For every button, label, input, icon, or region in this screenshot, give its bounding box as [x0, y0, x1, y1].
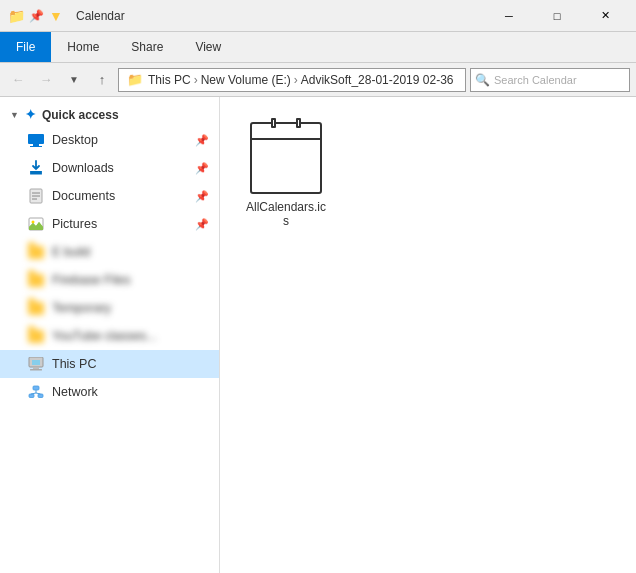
search-icon: 🔍	[475, 73, 490, 87]
minimize-button[interactable]: ─	[486, 0, 532, 32]
title-bar: 📁 📌 ▼ Calendar ─ □ ✕	[0, 0, 636, 32]
sidebar: ▼ ✦ Quick access Desktop 📌 Do	[0, 97, 220, 573]
network-icon	[28, 384, 44, 400]
svg-line-19	[36, 393, 41, 394]
calendar-file-icon	[250, 122, 322, 194]
up-button[interactable]: ↑	[90, 68, 114, 92]
folder-icon-blurred	[28, 246, 44, 259]
quick-access-section[interactable]: ▼ ✦ Quick access	[0, 101, 219, 126]
sidebar-item-blurred-1[interactable]: E build	[0, 238, 219, 266]
close-button[interactable]: ✕	[582, 0, 628, 32]
pin-indicator-docs: 📌	[195, 190, 209, 203]
sidebar-item-documents[interactable]: Documents 📌	[0, 182, 219, 210]
address-bar: ← → ▼ ↑ 📁 This PC › New Volume (E:) › Ad…	[0, 63, 636, 97]
content-area: AllCalendars.ics	[220, 97, 636, 573]
svg-rect-12	[33, 367, 39, 369]
tab-file[interactable]: File	[0, 32, 51, 62]
svg-rect-16	[38, 394, 43, 398]
maximize-button[interactable]: □	[534, 0, 580, 32]
recent-button[interactable]: ▼	[62, 68, 86, 92]
window-icon: 📁	[8, 8, 24, 24]
ribbon: File Home Share View	[0, 32, 636, 63]
pin-indicator-pics: 📌	[195, 218, 209, 231]
svg-rect-2	[30, 146, 42, 147]
tab-view[interactable]: View	[179, 32, 237, 62]
sidebar-item-blurred-3[interactable]: Temporary	[0, 294, 219, 322]
folder-icon-blurred-3	[28, 302, 44, 315]
pictures-icon	[28, 216, 44, 232]
quick-access-star-icon: ✦	[25, 107, 36, 122]
pin-indicator-dl: 📌	[195, 162, 209, 175]
svg-line-18	[31, 393, 36, 394]
pin-icon: 📌	[28, 8, 44, 24]
svg-rect-13	[30, 369, 42, 371]
hanger-right	[296, 118, 301, 128]
sidebar-item-blurred-2[interactable]: Firebase Files	[0, 266, 219, 294]
file-item-allcalendars[interactable]: AllCalendars.ics	[236, 113, 336, 237]
sidebar-item-desktop[interactable]: Desktop 📌	[0, 126, 219, 154]
address-path[interactable]: 📁 This PC › New Volume (E:) › AdvikSoft_…	[118, 68, 466, 92]
sidebar-item-downloads[interactable]: Downloads 📌	[0, 154, 219, 182]
expand-arrow: ▼	[10, 110, 19, 120]
pin-indicator: 📌	[195, 134, 209, 147]
folder-icon-blurred-4	[28, 330, 44, 343]
back-button[interactable]: ←	[6, 68, 30, 92]
window-controls: ─ □ ✕	[486, 0, 628, 32]
forward-button[interactable]: →	[34, 68, 58, 92]
downloads-icon	[28, 160, 44, 176]
sidebar-item-pictures[interactable]: Pictures 📌	[0, 210, 219, 238]
title-bar-icons: 📁 📌 ▼	[8, 8, 64, 24]
svg-rect-0	[28, 134, 44, 144]
this-pc-icon	[28, 356, 44, 372]
file-name: AllCalendars.ics	[245, 200, 327, 228]
folder-icon: ▼	[48, 8, 64, 24]
svg-rect-1	[33, 144, 39, 146]
ribbon-tabs: File Home Share View	[0, 32, 636, 62]
hanger-left	[271, 118, 276, 128]
folder-icon-blurred-2	[28, 274, 44, 287]
sidebar-item-this-pc[interactable]: This PC	[0, 350, 219, 378]
desktop-icon	[28, 132, 44, 148]
title-bar-title: Calendar	[76, 9, 125, 23]
tab-home[interactable]: Home	[51, 32, 115, 62]
tab-share[interactable]: Share	[115, 32, 179, 62]
svg-rect-11	[32, 360, 40, 365]
search-bar[interactable]: 🔍 Search Calendar	[470, 68, 630, 92]
calendar-hangers	[271, 118, 301, 128]
sidebar-item-network[interactable]: Network	[0, 378, 219, 406]
main-area: ▼ ✦ Quick access Desktop 📌 Do	[0, 97, 636, 573]
sidebar-item-blurred-4[interactable]: YouTube classes...	[0, 322, 219, 350]
svg-rect-15	[29, 394, 34, 398]
svg-rect-14	[33, 386, 39, 390]
documents-icon	[28, 188, 44, 204]
